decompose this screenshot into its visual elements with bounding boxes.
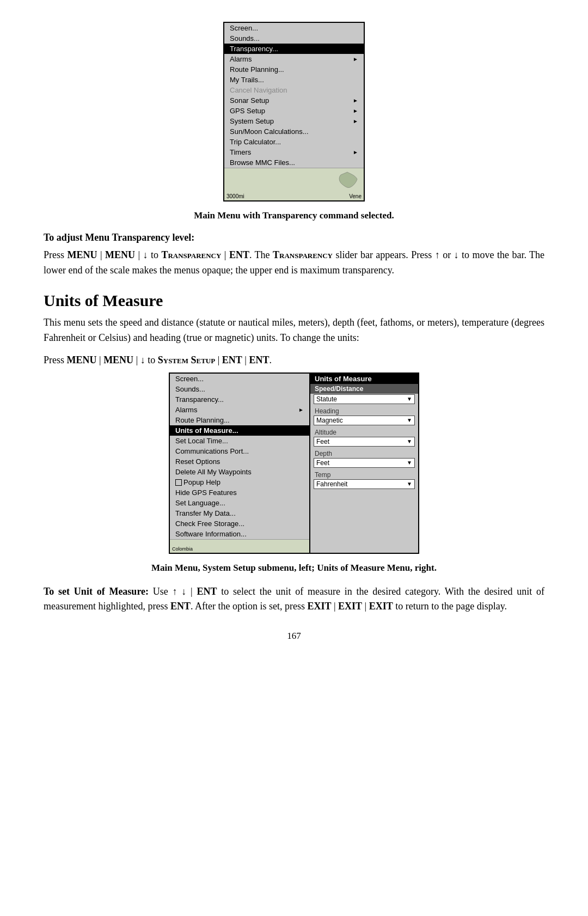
transparency-body: Press MENU | MENU | ↓ to Transparency | … bbox=[44, 248, 544, 278]
left-menu-route-planning: Route Planning... bbox=[170, 415, 309, 425]
magnetic-dropdown[interactable]: Magnetic ▼ bbox=[314, 416, 415, 425]
left-menu-set-local-time: Set Local Time... bbox=[170, 436, 309, 446]
altitude-feet-dropdown[interactable]: Feet ▼ bbox=[314, 437, 415, 447]
heading-label: Heading bbox=[310, 406, 418, 415]
units-section-title: Units of Measure bbox=[44, 291, 544, 310]
menu-item-gps-setup: GPS Setup► bbox=[224, 106, 364, 116]
units-menu-header: Units of Measure bbox=[310, 374, 418, 384]
left-menu-set-language: Set Language... bbox=[170, 498, 309, 508]
left-menu-screen: Screen... bbox=[170, 374, 309, 384]
left-menu-units-of-measure: Units of Measure... bbox=[170, 425, 309, 436]
page-content: Screen... Sounds... Transparency... Alar… bbox=[44, 22, 544, 642]
depth-feet-value: Feet bbox=[316, 459, 329, 467]
menu-item-alarms: Alarms► bbox=[224, 54, 364, 64]
depth-label: Depth bbox=[310, 449, 418, 457]
depth-feet-arrow: ▼ bbox=[407, 460, 412, 466]
altitude-feet-arrow: ▼ bbox=[407, 438, 412, 444]
left-menu-map-bottom: Colombia bbox=[170, 539, 309, 553]
menu-item-cancel-nav: Cancel Navigation bbox=[224, 85, 364, 95]
menu-item-transparency: Transparency... bbox=[224, 44, 364, 54]
map-label-distance: 3000mi bbox=[226, 193, 244, 199]
fahrenheit-dropdown[interactable]: Fahrenheit ▼ bbox=[314, 479, 415, 489]
top-menu-screenshot: Screen... Sounds... Transparency... Alar… bbox=[223, 22, 365, 201]
altitude-feet-value: Feet bbox=[316, 438, 329, 445]
left-menu-hide-gps: Hide GPS Features bbox=[170, 487, 309, 498]
menu-item-trip-calc: Trip Calculator... bbox=[224, 137, 364, 147]
left-menu-alarms: Alarms► bbox=[170, 405, 309, 415]
left-menu-sounds: Sounds... bbox=[170, 384, 309, 394]
map-label-vene: Vene bbox=[349, 193, 362, 199]
menu-item-sun-moon: Sun/Moon Calculations... bbox=[224, 126, 364, 137]
menu-item-system-setup: System Setup► bbox=[224, 116, 364, 126]
statute-dropdown[interactable]: Statute ▼ bbox=[314, 394, 415, 404]
top-menu-map: 3000mi Vene bbox=[224, 168, 364, 200]
speed-distance-label: Speed/Distance bbox=[310, 384, 418, 394]
page-number: 167 bbox=[44, 631, 544, 642]
depth-feet-dropdown[interactable]: Feet ▼ bbox=[314, 458, 415, 468]
popup-help-checkbox bbox=[175, 479, 182, 486]
fahrenheit-value: Fahrenheit bbox=[316, 480, 347, 488]
left-menu-software-info: Software Information... bbox=[170, 529, 309, 539]
menu-item-timers: Timers► bbox=[224, 147, 364, 157]
menu-item-sonar-setup: Sonar Setup► bbox=[224, 95, 364, 106]
menu-item-screen: Screen... bbox=[224, 23, 364, 33]
top-screenshot-container: Screen... Sounds... Transparency... Alar… bbox=[44, 22, 544, 201]
altitude-label: Altitude bbox=[310, 428, 418, 436]
left-menu-screenshot: Screen... Sounds... Transparency... Alar… bbox=[169, 372, 310, 554]
left-menu-reset-options: Reset Options bbox=[170, 456, 309, 467]
dual-screenshot-caption: Main Menu, System Setup submenu, left; U… bbox=[44, 563, 544, 573]
fahrenheit-arrow: ▼ bbox=[407, 481, 412, 487]
left-menu-check-storage: Check Free Storage... bbox=[170, 518, 309, 529]
units-intro-text: This menu sets the speed and distance (s… bbox=[44, 315, 544, 346]
right-menu-screenshot: Units of Measure Speed/Distance Statute … bbox=[310, 372, 419, 554]
statute-arrow: ▼ bbox=[407, 396, 412, 402]
magnetic-arrow: ▼ bbox=[407, 417, 412, 423]
left-menu-transfer-data: Transfer My Data... bbox=[170, 508, 309, 518]
menu-item-sounds: Sounds... bbox=[224, 33, 364, 44]
transparency-heading: To adjust Menu Transparency level: bbox=[44, 232, 544, 243]
left-menu-delete-waypoints: Delete All My Waypoints bbox=[170, 467, 309, 477]
press-menu-line: Press MENU | MENU | ↓ to System Setup | … bbox=[44, 355, 544, 366]
left-menu-comms-port: Communications Port... bbox=[170, 446, 309, 456]
magnetic-value: Magnetic bbox=[316, 417, 343, 424]
dual-screenshot-container: Screen... Sounds... Transparency... Alar… bbox=[44, 372, 544, 554]
top-screenshot-caption: Main Menu with Transparency command sele… bbox=[44, 210, 544, 221]
left-menu-popup-help: Popup Help bbox=[170, 477, 309, 487]
left-menu-transparency: Transparency... bbox=[170, 394, 309, 405]
set-unit-text: To set Unit of Measure: Use ↑ ↓ | ENT to… bbox=[44, 584, 544, 615]
menu-item-route-planning: Route Planning... bbox=[224, 64, 364, 75]
left-map-colombia-label: Colombia bbox=[172, 546, 193, 552]
menu-item-my-trails: My Trails... bbox=[224, 75, 364, 85]
statute-value: Statute bbox=[316, 395, 337, 403]
menu-item-browse-mmc: Browse MMC Files... bbox=[224, 157, 364, 168]
temp-label: Temp bbox=[310, 470, 418, 479]
